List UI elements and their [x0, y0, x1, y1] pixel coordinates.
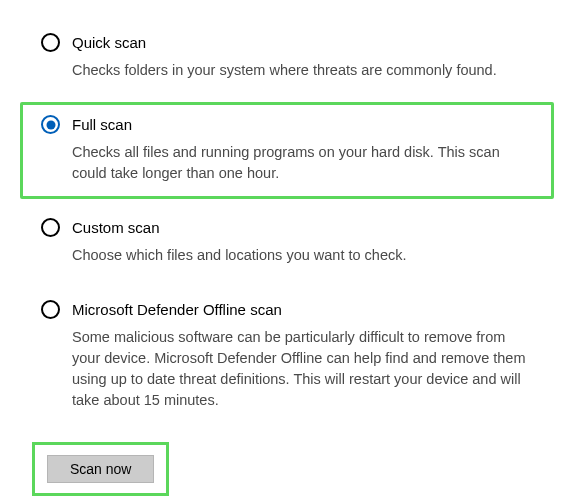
option-quick-scan-header[interactable]: Quick scan	[41, 33, 536, 52]
option-full-scan-desc: Checks all files and running programs on…	[72, 142, 536, 184]
option-quick-scan[interactable]: Quick scan Checks folders in your system…	[20, 20, 554, 96]
option-offline-scan-header[interactable]: Microsoft Defender Offline scan	[41, 300, 536, 319]
option-custom-scan-desc: Choose which files and locations you wan…	[72, 245, 536, 266]
option-custom-scan-header[interactable]: Custom scan	[41, 218, 536, 237]
option-quick-scan-desc: Checks folders in your system where thre…	[72, 60, 536, 81]
radio-icon[interactable]	[41, 33, 60, 52]
option-full-scan-title: Full scan	[72, 116, 132, 133]
option-quick-scan-title: Quick scan	[72, 34, 146, 51]
radio-icon[interactable]	[41, 218, 60, 237]
radio-icon[interactable]	[41, 115, 60, 134]
option-offline-scan-desc: Some malicious software can be particula…	[72, 327, 536, 411]
radio-icon[interactable]	[41, 300, 60, 319]
option-full-scan-header[interactable]: Full scan	[41, 115, 536, 134]
option-full-scan[interactable]: Full scan Checks all files and running p…	[20, 102, 554, 199]
scan-options-panel: Quick scan Checks folders in your system…	[0, 0, 574, 502]
option-offline-scan[interactable]: Microsoft Defender Offline scan Some mal…	[20, 287, 554, 426]
option-offline-scan-title: Microsoft Defender Offline scan	[72, 301, 282, 318]
option-custom-scan[interactable]: Custom scan Choose which files and locat…	[20, 205, 554, 281]
scan-now-button[interactable]: Scan now	[47, 455, 154, 483]
scan-now-highlight: Scan now	[32, 442, 169, 496]
option-custom-scan-title: Custom scan	[72, 219, 160, 236]
